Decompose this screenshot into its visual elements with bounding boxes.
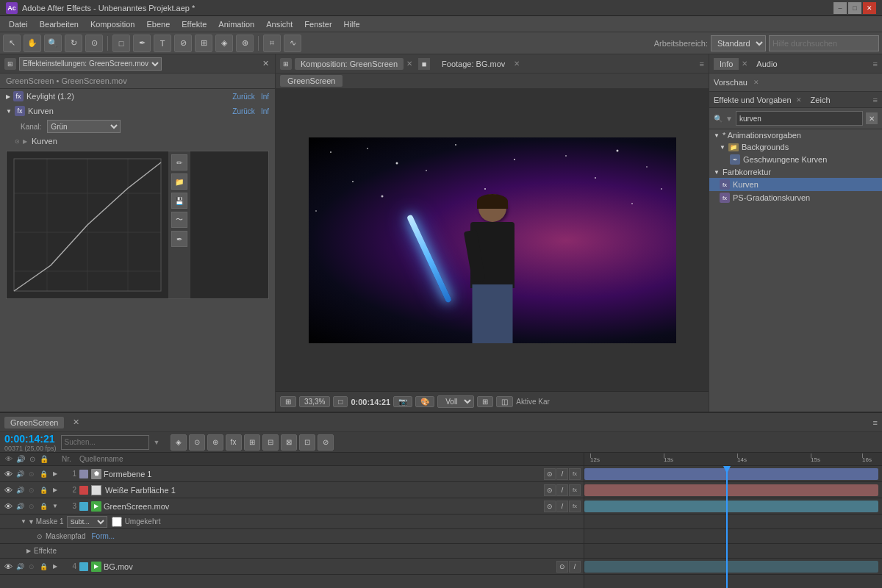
tl-btn-frame[interactable]: ⊞	[244, 434, 260, 451]
layer4-sw-1[interactable]: ⊙	[556, 561, 568, 573]
layer4-solo[interactable]: ⊙	[26, 563, 37, 570]
curve-tool-folder[interactable]: 📁	[171, 173, 187, 190]
layer2-sw-fx[interactable]: fx	[569, 484, 581, 496]
tl-btn-effects[interactable]: fx	[226, 434, 242, 451]
effects-presets-close[interactable]: ✕	[796, 96, 802, 104]
tl-search-dropdown[interactable]: ▼	[154, 439, 160, 446]
comp-panel-menu[interactable]: ≡	[700, 60, 704, 68]
tl-btn-auto[interactable]: ⊟	[262, 434, 279, 451]
kurven-expand[interactable]: ▶	[23, 138, 27, 145]
timeline-tab-close[interactable]: ✕	[73, 417, 79, 427]
track-bar-4[interactable]	[584, 561, 878, 573]
timeline-track-area[interactable]: 12s 13s 14s 15s 16s	[584, 453, 882, 588]
layer1-sw-1[interactable]: ⊙	[544, 468, 556, 480]
ps-gradation-row[interactable]: fx PS-Gradationskurven	[709, 191, 882, 204]
curve-tool-save[interactable]: 💾	[171, 193, 187, 209]
layer4-expand[interactable]: ▶	[50, 563, 60, 570]
layer3-sw-fx[interactable]: fx	[569, 501, 581, 512]
tab-info[interactable]: Info	[714, 58, 739, 70]
tab-audio[interactable]: Audio	[750, 58, 783, 70]
timeline-search-input[interactable]	[61, 435, 149, 450]
layer3-expand[interactable]: ▼	[50, 503, 60, 509]
layer1-solo[interactable]: ⊙	[26, 470, 37, 478]
geschwungene-kurven-row[interactable]: ✒ Geschwungene Kurven	[709, 153, 882, 166]
tool-camera[interactable]: ⊙	[85, 35, 103, 52]
layer3-audio[interactable]: 🔊	[15, 503, 25, 510]
animationsvorgaben-triangle[interactable]: ▼	[714, 132, 720, 139]
tool-stamp[interactable]: ⊞	[195, 35, 212, 52]
info-tab-close[interactable]: ✕	[742, 60, 747, 68]
right-panel-menu[interactable]: ≡	[873, 60, 878, 68]
layer1-visibility[interactable]: 👁	[3, 470, 13, 478]
layer-row-3[interactable]: 👁 🔊 ⊙ 🔒 ▼ 3 ▶ GreenScreen.mov ⊙ / fx	[0, 498, 584, 514]
mask-mode-select[interactable]: Subt...	[67, 516, 107, 528]
comp-tab[interactable]: Komposition: GreenScreen	[295, 58, 404, 70]
layer-row-1[interactable]: 👁 🔊 ⊙ 🔒 ▶ 1 ⬟ Formebene 1 ⊙ / fx	[0, 466, 584, 482]
tl-btn-render[interactable]: ⊙	[189, 434, 205, 451]
maskenpfad-value[interactable]: Form...	[91, 532, 115, 540]
comp-camera-btn[interactable]: 📷	[393, 396, 412, 407]
layer1-sw-fx[interactable]: fx	[569, 468, 581, 480]
layer3-lock[interactable]: 🔒	[38, 503, 49, 510]
kurven-info[interactable]: Inf	[261, 107, 269, 115]
layer1-lock[interactable]: 🔒	[38, 470, 49, 478]
comp-overlay-btn[interactable]: ◫	[496, 396, 513, 407]
layer2-lock[interactable]: 🔒	[38, 487, 49, 494]
farbkorrektur-row[interactable]: ▼ Farbkorrektur	[709, 166, 882, 178]
layer2-visibility[interactable]: 👁	[3, 486, 13, 495]
layer1-expand[interactable]: ▶	[50, 470, 60, 477]
keylight-effect-row[interactable]: ▶ fx Keylight (1.2) Zurück Inf	[0, 89, 275, 104]
help-search-input[interactable]	[769, 35, 879, 51]
curve-tool-wave[interactable]: 〜	[171, 212, 187, 228]
tool-text[interactable]: T	[154, 35, 171, 52]
track-bar-3[interactable]	[584, 501, 878, 512]
menu-fenster[interactable]: Fenster	[298, 18, 337, 30]
mask-inverted-checkbox[interactable]	[112, 517, 122, 527]
backgrounds-folder-row[interactable]: ▼ 📁 Backgrounds	[709, 141, 882, 153]
menu-hilfe[interactable]: Hilfe	[338, 18, 366, 30]
track-bar-1[interactable]	[584, 468, 878, 480]
layer1-sw-2[interactable]: /	[556, 468, 568, 480]
tool-brush[interactable]: ⊘	[174, 35, 192, 52]
curve-tool-pencil[interactable]: ✏	[171, 154, 187, 171]
comp-snap-btn[interactable]: ⊞	[280, 396, 296, 407]
menu-ansicht[interactable]: Ansicht	[260, 18, 298, 30]
layer4-visibility[interactable]: 👁	[3, 562, 13, 571]
backgrounds-triangle[interactable]: ▼	[720, 144, 725, 151]
layer2-sw-2[interactable]: /	[556, 484, 568, 496]
track-bar-2[interactable]	[584, 484, 878, 496]
layer2-solo[interactable]: ⊙	[26, 487, 37, 494]
maximize-button[interactable]: □	[848, 2, 861, 14]
tool-zoom[interactable]: 🔍	[44, 35, 62, 52]
layer3-visibility[interactable]: 👁	[3, 502, 13, 511]
tool-rotate[interactable]: ↻	[65, 35, 82, 52]
layer-row-4[interactable]: 👁 🔊 ⊙ 🔒 ▶ 4 ▶ BG.mov ⊙ /	[0, 559, 584, 575]
comp-viewport[interactable]	[276, 89, 709, 391]
tl-btn-null[interactable]: ⊠	[281, 434, 297, 451]
layer4-sw-2[interactable]: /	[569, 561, 581, 573]
zeichen-tab[interactable]: Zeich	[811, 96, 831, 104]
tl-btn-solo[interactable]: ◈	[171, 434, 187, 451]
tl-btn-motion[interactable]: ⊛	[207, 434, 223, 451]
tool-hand[interactable]: ✋	[24, 35, 41, 52]
search-clear-button[interactable]: ✕	[866, 112, 878, 124]
footage-tab[interactable]: Footage: BG.mov	[436, 58, 511, 70]
effects-panel-close[interactable]: ✕	[260, 59, 270, 69]
effects-search-input[interactable]	[736, 111, 863, 126]
tool-3d[interactable]: ∿	[284, 35, 301, 52]
tl-btn-collapse[interactable]: ⊘	[318, 434, 334, 451]
effekte-triangle[interactable]: ▶	[26, 548, 31, 554]
tool-select[interactable]: ↖	[3, 35, 21, 52]
farbkorrektur-triangle[interactable]: ▼	[714, 169, 720, 176]
tool-rect[interactable]: □	[112, 35, 130, 52]
keylight-triangle[interactable]: ▶	[6, 93, 10, 100]
effects-presets-menu[interactable]: ≡	[873, 96, 878, 104]
layer-row-2[interactable]: 👁 🔊 ⊙ 🔒 ▶ 2 Weiße Farbfläche 1 ⊙ / fx	[0, 482, 584, 498]
kurven-effect-tree-row[interactable]: fx Kurven	[709, 178, 882, 191]
comp-quality-select[interactable]: Voll	[437, 395, 474, 408]
tool-snapping[interactable]: ⌗	[263, 35, 281, 52]
greenscreen-tab[interactable]: GreenScreen	[280, 75, 343, 87]
search-dropdown[interactable]: ▼	[725, 115, 733, 123]
layer4-lock[interactable]: 🔒	[38, 563, 49, 570]
timeline-menu[interactable]: ≡	[873, 418, 878, 427]
